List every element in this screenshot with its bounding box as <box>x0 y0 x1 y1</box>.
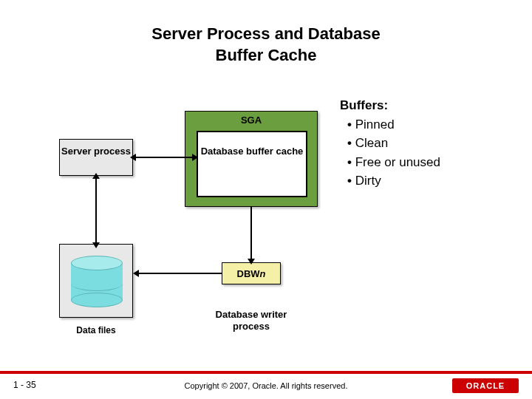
datafiles-label: Data files <box>59 325 133 335</box>
arrow-serverprocess-datafiles <box>95 176 97 244</box>
database-cylinder-icon <box>71 256 123 307</box>
arrow-serverprocess-buffercache <box>133 157 194 158</box>
divider-bar <box>0 371 532 374</box>
arrow-dbwn-datafiles <box>137 273 222 274</box>
dbwn-box: DBWn <box>222 262 281 284</box>
diagram-area: Server process SGA Database buffer cache… <box>0 96 532 347</box>
list-item: Free or unused <box>347 153 440 172</box>
slide-title: Server Process and Database Buffer Cache <box>0 0 532 66</box>
oracle-logo: ORACLE <box>452 378 519 393</box>
datafiles-box <box>59 244 133 318</box>
server-process-box: Server process <box>59 139 133 176</box>
db-writer-label: Database writer process <box>214 309 288 332</box>
sga-label: SGA <box>185 112 317 129</box>
sga-box: SGA Database buffer cache <box>185 111 318 207</box>
list-item: Clean <box>347 134 440 153</box>
footer: 1 - 35 Copyright © 2007, Oracle. All rig… <box>0 371 532 399</box>
buffer-cache-box: Database buffer cache <box>197 131 307 197</box>
buffers-heading: Buffers: <box>340 96 440 115</box>
buffers-list: Buffers: Pinned Clean Free or unused Dir… <box>340 96 440 191</box>
arrow-buffercache-dbwn <box>250 207 252 260</box>
list-item: Dirty <box>347 171 440 191</box>
list-item: Pinned <box>347 115 440 134</box>
